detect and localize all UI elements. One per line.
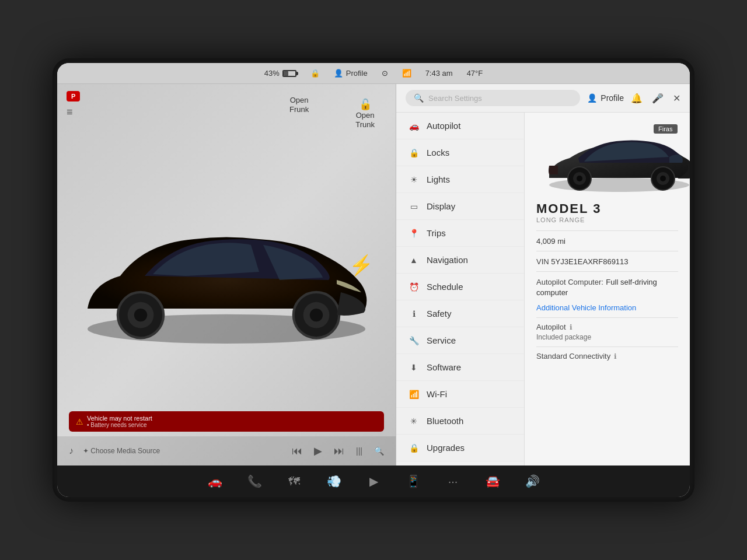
menu-item-display[interactable]: ▭ Display: [396, 193, 524, 220]
autopilot-computer-row: Autopilot Computer: Full self-driving co…: [536, 276, 678, 298]
open-trunk[interactable]: 🔓 OpenTrunk: [355, 96, 375, 129]
autopilot-package-label: Autopilot: [536, 323, 566, 331]
menu-item-schedule[interactable]: ⏰ Schedule: [396, 274, 524, 300]
open-frunk[interactable]: OpenFrunk: [289, 96, 309, 129]
lights-label: Lights: [427, 174, 450, 184]
bell-icon[interactable]: 🔔: [631, 93, 643, 104]
settings-body: 🚗 Autopilot 🔒 Locks ☀ Lights ▭: [396, 113, 690, 466]
taskbar-volume-icon[interactable]: 🔊: [522, 471, 543, 492]
close-icon[interactable]: ✕: [673, 93, 680, 104]
service-label: Service: [427, 335, 456, 345]
vin-row: VIN 5YJ3E1EAXRF869113: [536, 256, 678, 267]
warning-main-text: Vehicle may not restart: [87, 415, 152, 422]
menu-item-bluetooth[interactable]: ✳ Bluetooth: [396, 408, 524, 435]
autopilot-label: Autopilot: [427, 121, 460, 131]
left-panel: P ≡ OpenFrunk 🔓 OpenTrunk: [57, 84, 396, 466]
model-variant: LONG RANGE: [536, 216, 678, 223]
mileage-value: 4,009 mi: [536, 237, 566, 246]
vehicle-info-panel: Firas MODEL 3 LONG RANGE 4,009 mi: [525, 113, 690, 466]
additional-info-link[interactable]: Additional Vehicle Information: [536, 303, 636, 312]
left-panel-top: P ≡ OpenFrunk 🔓 OpenTrunk: [57, 84, 396, 141]
mileage-row: 4,009 mi: [536, 236, 678, 246]
menu-item-wifi[interactable]: 📶 Wi-Fi: [396, 381, 524, 408]
open-trunk-label: OpenTrunk: [355, 111, 375, 129]
warning-icon: ⚠: [76, 417, 83, 426]
search-bar[interactable]: 🔍 Search Settings: [406, 90, 580, 106]
trips-icon: 📍: [408, 229, 420, 238]
gps-status: ⊙: [382, 69, 388, 78]
schedule-label: Schedule: [427, 282, 463, 292]
wifi-icon: 📶: [408, 390, 420, 399]
profile-button[interactable]: 👤 Profile: [587, 93, 624, 103]
divider-2: [536, 251, 678, 251]
bluetooth-label: Bluetooth: [427, 416, 463, 426]
taskbar-fan-icon[interactable]: 💨: [323, 471, 344, 492]
temperature: 47°F: [467, 69, 483, 78]
taskbar-phone-icon[interactable]: 📞: [244, 471, 265, 492]
model-info: MODEL 3 LONG RANGE 4,009 mi VIN 5YJ3E1EA…: [536, 201, 678, 360]
trunk-controls: OpenFrunk 🔓 OpenTrunk: [278, 91, 386, 134]
upgrades-label: Upgrades: [427, 443, 465, 453]
service-icon: 🔧: [408, 336, 420, 345]
battery-fill: [284, 71, 289, 76]
lock-status: 🔒: [310, 69, 320, 78]
rewind-button[interactable]: ⏮: [292, 445, 302, 457]
battery-status: 43%: [264, 69, 296, 78]
profile-label: Profile: [601, 93, 624, 103]
park-label: P: [71, 93, 75, 100]
settings-header: 🔍 Search Settings 👤 Profile 🔔 🎤 ✕: [396, 84, 690, 113]
screen: 43% 🔒 👤 Profile ⊙ 📶 7:43 am: [57, 63, 690, 497]
upgrades-icon: 🔒: [408, 443, 420, 453]
left-controls: P ≡: [67, 91, 80, 118]
divider-3: [536, 271, 678, 272]
menu-item-lights[interactable]: ☀ Lights: [396, 166, 524, 193]
battery-percent: 43%: [264, 69, 280, 78]
play-button[interactable]: ▶: [314, 444, 322, 457]
search-media-button[interactable]: 🔍: [374, 446, 384, 456]
menu-item-safety[interactable]: ℹ Safety: [396, 300, 524, 327]
taskbar-vehicle-icon[interactable]: 🚘: [482, 471, 503, 492]
gps-icon: ⊙: [382, 69, 388, 78]
taskbar-apps-icon[interactable]: 📱: [403, 471, 424, 492]
svg-point-13: [660, 176, 666, 181]
lights-icon: ☀: [408, 175, 420, 184]
menu-item-software[interactable]: ⬇ Software: [396, 354, 524, 381]
menu-item-locks[interactable]: 🔒 Locks: [396, 139, 524, 166]
media-controls: ⏮ ▶ ⏭ ||| 🔍: [292, 444, 384, 457]
media-source-button[interactable]: ✦ Choose Media Source: [83, 447, 160, 455]
profile-status: 👤 Profile: [334, 69, 368, 78]
menu-item-trips[interactable]: 📍 Trips: [396, 220, 524, 247]
autopilot-included-label: Included package: [536, 333, 591, 341]
menu-item-autopilot[interactable]: 🚗 Autopilot: [396, 113, 524, 139]
signal-status: 📶: [402, 69, 411, 78]
schedule-icon: ⏰: [408, 282, 420, 292]
svg-point-6: [310, 309, 323, 321]
svg-point-10: [577, 176, 582, 181]
warning-banner: ⚠ Vehicle may not restart • Battery need…: [69, 411, 384, 432]
vehicle-image-area: ⚡: [57, 141, 396, 411]
vin-label: VIN: [536, 257, 551, 266]
additional-info-row: Additional Vehicle Information: [536, 302, 678, 313]
trips-label: Trips: [427, 228, 446, 238]
taskbar-map-icon[interactable]: 🗺: [284, 471, 305, 492]
menu-item-service[interactable]: 🔧 Service: [396, 327, 524, 354]
vin-value: 5YJ3E1EAXRF869113: [551, 257, 628, 266]
taskbar-more-icon[interactable]: ···: [442, 471, 463, 492]
display-icon: ▭: [408, 202, 420, 211]
menu-item-upgrades[interactable]: 🔒 Upgrades: [396, 435, 524, 461]
taskbar-car-icon[interactable]: 🚗: [204, 471, 225, 492]
divider-5: [536, 346, 678, 347]
taskbar-media-icon[interactable]: ▶: [363, 471, 384, 492]
autopilot-package-row: Autopilot ℹ: [536, 323, 678, 331]
equalizer-icon: |||: [356, 446, 362, 456]
mic-icon[interactable]: 🎤: [652, 93, 664, 104]
media-control-bar: ♪ ✦ Choose Media Source ⏮ ▶ ⏭ ||| 🔍: [57, 436, 396, 466]
navigation-label: Navigation: [427, 255, 468, 265]
connectivity-row: Standard Connectivity ℹ: [536, 352, 678, 360]
menu-item-navigation[interactable]: ▲ Navigation: [396, 247, 524, 274]
warning-sub-text: • Battery needs service: [87, 422, 152, 428]
fast-forward-button[interactable]: ⏭: [334, 445, 344, 457]
main-content: P ≡ OpenFrunk 🔓 OpenTrunk: [57, 84, 690, 466]
autopilot-included-row: Included package: [536, 331, 678, 342]
svg-point-3: [134, 309, 147, 321]
